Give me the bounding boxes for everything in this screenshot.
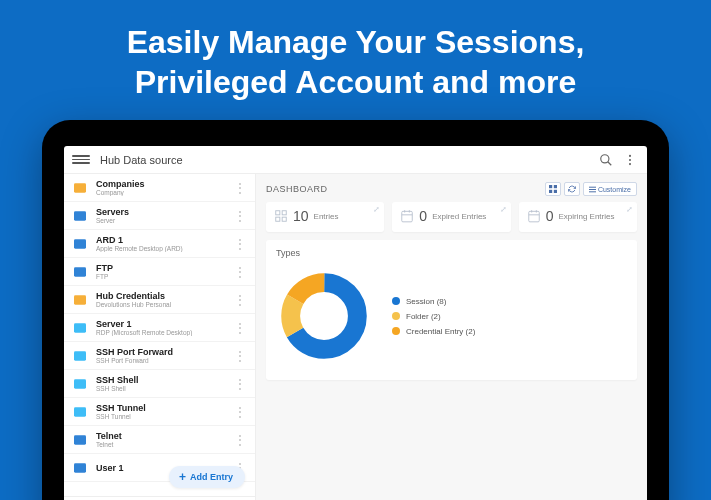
legend-label: Credential Entry (2): [406, 327, 475, 336]
entry-icon: [72, 264, 88, 280]
stat-label: Entries: [314, 212, 339, 221]
sidebar: Companies Company ⋮ Servers Server ⋮ ARD…: [64, 174, 256, 500]
svg-rect-10: [74, 323, 86, 332]
svg-point-4: [629, 163, 631, 165]
entry-subtitle: Devolutions Hub Personal: [96, 301, 232, 308]
svg-rect-26: [589, 191, 596, 192]
entry-subtitle: Company: [96, 189, 232, 196]
expand-icon[interactable]: ⤢: [500, 205, 507, 214]
svg-rect-23: [554, 190, 557, 193]
entry-name: Telnet: [96, 431, 232, 441]
add-entry-button[interactable]: + Add Entry: [169, 466, 245, 488]
customize-button[interactable]: Customize: [583, 182, 637, 196]
sidebar-entry[interactable]: Server 1 RDP (Microsoft Remote Desktop) …: [64, 314, 255, 342]
svg-rect-15: [74, 463, 86, 472]
svg-rect-29: [276, 217, 280, 221]
sidebar-entry[interactable]: Companies Company ⋮: [64, 174, 255, 202]
svg-rect-5: [74, 183, 86, 192]
sidebar-entry[interactable]: ARD 1 Apple Remote Desktop (ARD) ⋮: [64, 230, 255, 258]
svg-point-3: [629, 158, 631, 160]
stat-card[interactable]: ⤢ 0 Expiring Entries: [519, 202, 637, 232]
entry-name: SSH Port Forward: [96, 347, 232, 357]
svg-point-41: [291, 283, 358, 350]
entry-name: ARD 1: [96, 235, 232, 245]
entry-subtitle: SSH Port Forward: [96, 357, 232, 364]
legend-dot: [392, 312, 400, 320]
svg-rect-30: [282, 217, 286, 221]
entry-more-icon[interactable]: ⋮: [232, 349, 249, 363]
refresh-button[interactable]: [564, 182, 580, 196]
types-donut-chart: [280, 272, 368, 360]
svg-rect-8: [74, 267, 86, 276]
stat-label: Expiring Entries: [558, 212, 614, 221]
entry-icon: [72, 208, 88, 224]
entry-more-icon[interactable]: ⋮: [232, 433, 249, 447]
entry-more-icon[interactable]: ⋮: [232, 237, 249, 251]
entry-icon: [72, 236, 88, 252]
dashboard-title: DASHBOARD: [266, 184, 545, 194]
stat-icon: [527, 209, 541, 223]
svg-rect-12: [74, 379, 86, 388]
sidebar-entry[interactable]: SSH Port Forward SSH Port Forward ⋮: [64, 342, 255, 370]
entry-icon: [72, 320, 88, 336]
entry-icon: [72, 292, 88, 308]
svg-rect-35: [528, 211, 539, 222]
svg-rect-11: [74, 351, 86, 360]
svg-rect-21: [554, 185, 557, 188]
svg-point-0: [601, 154, 609, 162]
entry-subtitle: Server: [96, 217, 232, 224]
svg-rect-14: [74, 435, 86, 444]
svg-rect-31: [402, 211, 413, 222]
svg-point-2: [629, 154, 631, 156]
plus-icon: +: [179, 471, 186, 483]
stat-count: 0: [419, 208, 427, 224]
legend-dot: [392, 297, 400, 305]
sidebar-entry[interactable]: SSH Tunnel SSH Tunnel ⋮: [64, 398, 255, 426]
entry-more-icon[interactable]: ⋮: [232, 377, 249, 391]
entry-subtitle: Apple Remote Desktop (ARD): [96, 245, 232, 252]
entry-more-icon[interactable]: ⋮: [232, 321, 249, 335]
legend-label: Folder (2): [406, 312, 441, 321]
stat-card[interactable]: ⤢ 10 Entries: [266, 202, 384, 232]
entry-icon: [72, 180, 88, 196]
entry-more-icon[interactable]: ⋮: [232, 265, 249, 279]
sidebar-entry[interactable]: SSH Shell SSH Shell ⋮: [64, 370, 255, 398]
entry-more-icon[interactable]: ⋮: [232, 405, 249, 419]
expand-icon[interactable]: ⤢: [373, 205, 380, 214]
entry-icon: [72, 348, 88, 364]
sidebar-entry[interactable]: Servers Server ⋮: [64, 202, 255, 230]
search-icon[interactable]: [597, 151, 615, 169]
menu-icon[interactable]: [72, 155, 90, 164]
stat-icon: [274, 209, 288, 223]
entry-name: Server 1: [96, 319, 232, 329]
stat-icon: [400, 209, 414, 223]
app-screen: Hub Data source Companies Company ⋮ Serv…: [64, 146, 647, 500]
sidebar-entry[interactable]: FTP FTP ⋮: [64, 258, 255, 286]
expand-icon[interactable]: ⤢: [626, 205, 633, 214]
entry-name: Companies: [96, 179, 232, 189]
entry-name: Servers: [96, 207, 232, 217]
entry-more-icon[interactable]: ⋮: [232, 293, 249, 307]
sidebar-entry[interactable]: Hub Credentials Devolutions Hub Personal…: [64, 286, 255, 314]
stat-card[interactable]: ⤢ 0 Expired Entries: [392, 202, 510, 232]
svg-rect-13: [74, 407, 86, 416]
dashboard: DASHBOARD Customize: [256, 174, 647, 500]
customize-icon: [589, 186, 596, 193]
types-title: Types: [276, 248, 627, 258]
entry-name: SSH Shell: [96, 375, 232, 385]
legend-dot: [392, 327, 400, 335]
svg-rect-27: [276, 211, 280, 215]
svg-rect-24: [589, 186, 596, 187]
svg-rect-28: [282, 211, 286, 215]
sidebar-entry[interactable]: Telnet Telnet ⋮: [64, 426, 255, 454]
view-grid-button[interactable]: [545, 182, 561, 196]
legend-item: Folder (2): [392, 312, 475, 321]
entry-subtitle: FTP: [96, 273, 232, 280]
entry-more-icon[interactable]: ⋮: [232, 209, 249, 223]
entry-icon: [72, 460, 88, 476]
entry-name: FTP: [96, 263, 232, 273]
more-icon[interactable]: [621, 151, 639, 169]
customize-label: Customize: [598, 186, 631, 193]
entry-more-icon[interactable]: ⋮: [232, 181, 249, 195]
legend-item: Credential Entry (2): [392, 327, 475, 336]
